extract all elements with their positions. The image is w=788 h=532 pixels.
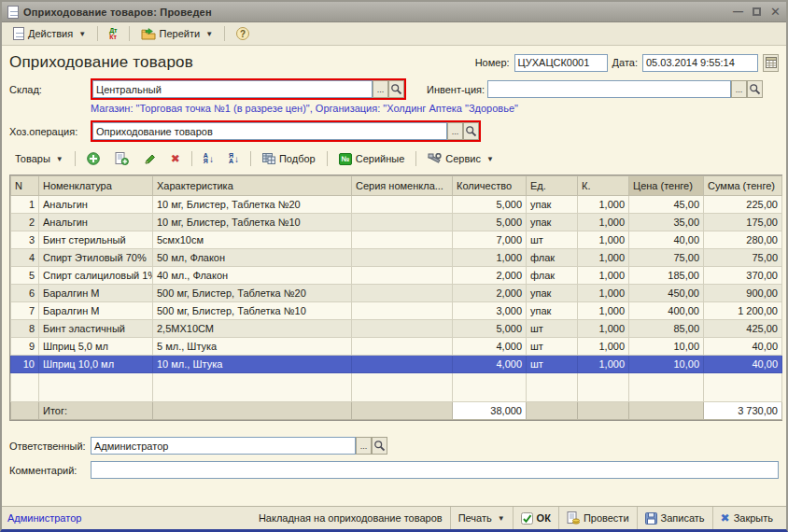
dtkt-button[interactable]: ДтКт [104,24,122,43]
copy-row-button[interactable] [109,149,134,168]
cell-series[interactable] [352,356,453,373]
comment-input[interactable] [91,461,779,479]
cell-qty[interactable]: 7,000 [453,231,527,249]
table-row[interactable]: 9Шприц 5,0 мл5 мл., Штука4,000шт1,00010,… [11,338,782,356]
delete-row-button[interactable]: ✖ [165,149,186,168]
cell-n[interactable]: 3 [11,231,39,249]
cell-series[interactable] [352,302,453,320]
cell-unit[interactable]: упак [527,214,578,231]
inventory-open-button[interactable] [747,80,763,98]
cell-series[interactable] [352,249,453,267]
cell-price[interactable]: 10,00 [629,356,704,373]
cell-n[interactable]: 10 [11,356,39,373]
cell-k[interactable]: 1,000 [578,267,629,285]
cell-qty[interactable]: 5,000 [453,214,527,231]
cell-n[interactable]: 1 [11,196,39,214]
cell-qty[interactable]: 2,000 [453,267,527,285]
inventory-input[interactable] [487,80,731,98]
sort-desc-button[interactable]: ЯА↓ [223,150,245,168]
cell-k[interactable]: 1,000 [578,285,629,302]
cell-qty[interactable]: 5,000 [453,196,527,214]
cell-unit[interactable]: шт [527,356,578,373]
cell-price[interactable]: 35,00 [629,214,704,231]
cell-price[interactable]: 185,00 [629,267,704,285]
add-row-button[interactable] [81,149,106,168]
cell-sum[interactable]: 225,00 [704,196,782,214]
cell-name[interactable]: Бинт эластичный [39,320,153,338]
cell-char[interactable]: 500 мг, Блистер, Таблетка №10 [153,302,352,320]
cell-name[interactable]: Спирт Этиловый 70% [39,249,153,267]
cell-name[interactable]: Спирт салициловый 1% [39,267,153,285]
help-button[interactable]: ? [231,24,255,43]
calendar-button[interactable] [763,54,779,72]
cell-series[interactable] [352,231,453,249]
goto-menu[interactable]: Перейти ▼ [135,25,219,43]
cell-series[interactable] [352,338,453,356]
cell-k[interactable]: 1,000 [578,320,629,338]
cell-series[interactable] [352,196,453,214]
cell-char[interactable]: 5смх10см [153,231,352,249]
cell-unit[interactable]: шт [527,231,578,249]
cell-char[interactable]: 5 мл., Штука [153,338,352,356]
service-menu[interactable]: Сервис ▼ [422,150,500,168]
cell-qty[interactable]: 4,000 [453,356,527,373]
cell-k[interactable]: 1,000 [578,338,629,356]
cell-k[interactable]: 1,000 [578,196,629,214]
warehouse-open-button[interactable] [388,80,404,98]
cell-char[interactable]: 10 мг, Блистер, Таблетка №20 [153,196,352,214]
close-form-button[interactable]: ✖ Закрыть [712,507,781,529]
cell-price[interactable]: 45,00 [629,196,704,214]
cell-series[interactable] [352,214,453,231]
cell-series[interactable] [352,267,453,285]
col-quantity[interactable]: Количество [453,176,527,196]
cell-k[interactable]: 1,000 [578,249,629,267]
cell-char[interactable]: 10 мл., Штука [153,356,352,373]
table-row[interactable]: 3Бинт стерильный5смх10см7,000шт1,00040,0… [11,231,782,249]
cell-sum[interactable]: 1 200,00 [704,302,782,320]
cell-unit[interactable]: шт [527,338,578,356]
cell-qty[interactable]: 2,000 [453,285,527,302]
cell-unit[interactable]: флак [527,267,578,285]
responsible-input[interactable]: Администратор [91,437,356,455]
cell-name[interactable]: Анальгин [39,214,153,231]
cell-sum[interactable]: 900,00 [704,285,782,302]
pick-button[interactable]: Подбор [257,150,321,167]
save-button[interactable]: Записать [637,507,712,529]
cell-n[interactable]: 2 [11,214,39,231]
table-row[interactable]: 5Спирт салициловый 1%40 мл., Флакон2,000… [11,267,782,285]
goods-menu[interactable]: Товары ▼ [9,150,69,167]
cell-n[interactable]: 4 [11,249,39,267]
cell-series[interactable] [352,285,453,302]
warehouse-input[interactable]: Центральный [92,80,373,98]
col-n[interactable]: N [11,176,39,196]
cell-sum[interactable]: 40,00 [704,356,782,373]
table-row[interactable]: 1Анальгин10 мг, Блистер, Таблетка №205,0… [11,196,782,214]
cell-unit[interactable]: флак [527,249,578,267]
table-row[interactable]: 2Анальгин10 мг, Блистер, Таблетка №105,0… [11,214,782,231]
cell-qty[interactable]: 3,000 [453,302,527,320]
col-unit[interactable]: Ед. [527,176,578,196]
cell-name[interactable]: Бинт стерильный [39,231,153,249]
cell-name[interactable]: Шприц 10,0 мл [39,356,153,373]
post-button[interactable]: Провести [558,507,637,529]
cell-price[interactable]: 400,00 [629,302,704,320]
cell-price[interactable]: 10,00 [629,338,704,356]
cell-unit[interactable]: упак [527,196,578,214]
serial-button[interactable]: № Серийные [333,150,411,168]
cell-price[interactable]: 85,00 [629,320,704,338]
cell-n[interactable]: 8 [11,320,39,338]
cell-k[interactable]: 1,000 [578,356,629,373]
col-nomenclature[interactable]: Номенклатура [39,176,153,196]
cell-qty[interactable]: 4,000 [453,338,527,356]
operation-ellipsis-button[interactable]: ... [447,122,463,140]
cell-char[interactable]: 2,5МХ10СМ [153,320,352,338]
cell-char[interactable]: 40 мл., Флакон [153,267,352,285]
col-series[interactable]: Серия номенкла... [352,176,453,196]
col-characteristic[interactable]: Характеристика [153,176,352,196]
responsible-open-button[interactable] [372,437,387,455]
cell-price[interactable]: 75,00 [629,249,704,267]
cell-unit[interactable]: упак [527,285,578,302]
number-input[interactable]: ЦУХАЦСК0001 [514,54,608,72]
cell-price[interactable]: 40,00 [629,231,704,249]
cell-price[interactable]: 450,00 [629,285,704,302]
